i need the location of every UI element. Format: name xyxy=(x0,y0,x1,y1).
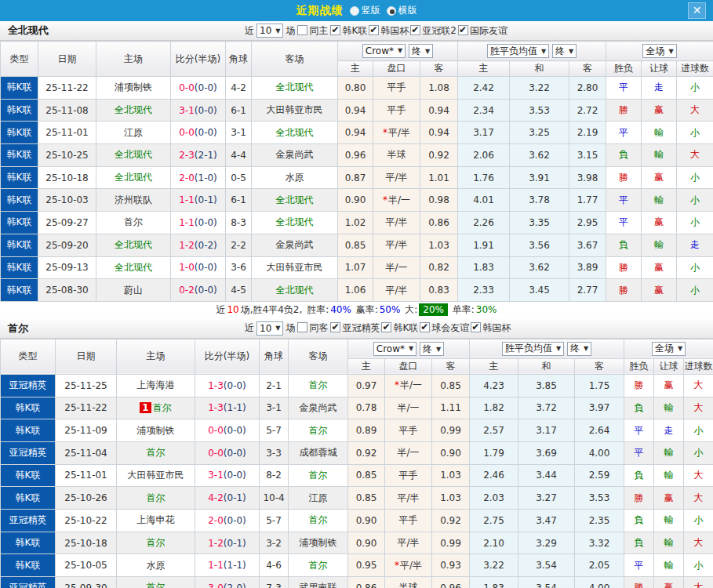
odds-home: 1.07 xyxy=(338,256,373,279)
score-cell: 1-1(0-1) xyxy=(171,189,226,212)
checkbox-icon[interactable] xyxy=(297,25,307,35)
score-cell: 4-2(0-1) xyxy=(195,487,260,510)
checkbox-icon[interactable] xyxy=(330,25,340,35)
result-goals: 大 xyxy=(684,487,713,510)
avg-draw: 3.22 xyxy=(510,77,569,100)
league-filter[interactable]: 韩国杯 xyxy=(471,322,511,333)
result-handicap: 赢 xyxy=(654,374,684,397)
odds-away: 0.96 xyxy=(432,577,470,588)
avg-odds-select[interactable]: 胜平负均值▼ xyxy=(487,44,549,58)
league-filter[interactable]: 韩K联 xyxy=(381,322,418,333)
radio-selected-icon[interactable] xyxy=(387,6,396,16)
match-row: 韩K联25-11-08全北现代3-1(0-0)6-1大田韩亚市民0.94平手0.… xyxy=(1,99,713,122)
league-filter[interactable]: 韩K联 xyxy=(330,25,367,36)
result-winlose: 勝 xyxy=(606,256,642,279)
result-goals: 小 xyxy=(684,554,713,577)
avg-away: 4.00 xyxy=(575,441,624,464)
odds-home: 0.85 xyxy=(348,464,385,487)
layout-option-horizontal[interactable]: 横版 xyxy=(387,4,417,17)
away-team: 首尔 xyxy=(289,374,348,397)
col-odds-home: 主 xyxy=(338,61,373,77)
avg-away: 4.00 xyxy=(575,577,624,588)
checkbox-icon[interactable] xyxy=(410,25,420,35)
avg-odds-select[interactable]: 胜平负均值▼ xyxy=(502,342,564,356)
rounds-select[interactable]: 10▼ xyxy=(256,321,283,336)
result-winlose: 勝 xyxy=(606,99,642,122)
chevron-down-icon: ▼ xyxy=(425,48,430,55)
same-venue-filter[interactable]: 同主 xyxy=(297,24,328,38)
checkbox-icon[interactable] xyxy=(381,322,391,332)
result-handicap: 赢 xyxy=(654,577,684,588)
avg-draw: 3.85 xyxy=(518,374,575,397)
match-date: 25-11-04 xyxy=(56,441,117,464)
col-score: 比分(半场) xyxy=(195,339,260,374)
corner-cell: 2-1 xyxy=(260,374,289,397)
score-cell: 1-2(0-1) xyxy=(195,532,260,554)
result-handicap: 赢 xyxy=(642,256,677,279)
result-winlose: 負 xyxy=(606,234,642,256)
odds-company-select[interactable]: Crow*▼ xyxy=(373,342,417,356)
match-date: 25-09-27 xyxy=(38,212,96,234)
match-date: 25-11-22 xyxy=(38,77,96,100)
col-avg-home: 主 xyxy=(470,358,518,374)
home-team: 全北现代 xyxy=(96,234,171,256)
col-goals-result: 进球数 xyxy=(677,61,713,77)
odds-time-select[interactable]: 终▼ xyxy=(420,342,444,356)
rounds-select[interactable]: 10▼ xyxy=(256,24,283,38)
checkbox-icon[interactable] xyxy=(420,322,430,332)
result-handicap: 赢 xyxy=(642,279,677,302)
avg-home: 2.42 xyxy=(458,77,510,100)
handicap-cell: *平/半 xyxy=(373,122,420,144)
league-filter[interactable]: 亚冠精英 xyxy=(330,322,380,333)
checkbox-icon[interactable] xyxy=(458,25,468,35)
radio-unselected-icon[interactable] xyxy=(350,6,359,16)
checkbox-icon[interactable] xyxy=(330,322,340,332)
odds-company-select[interactable]: Crow*▼ xyxy=(362,44,406,58)
match-date: 25-09-30 xyxy=(56,577,117,588)
home-team: 上海申花 xyxy=(117,510,195,532)
home-team: 水原 xyxy=(117,554,195,577)
league-type-cell: 韩K联 xyxy=(1,397,56,419)
score-cell: 1-3(1-1) xyxy=(195,397,260,419)
layout-option-horizontal-label: 横版 xyxy=(398,4,417,17)
away-team: 首尔 xyxy=(289,554,348,577)
odds-home: 0.90 xyxy=(338,189,373,212)
handicap-cell: 半球 xyxy=(385,577,432,588)
scope-select[interactable]: 全场▼ xyxy=(652,342,686,356)
corner-cell: 6-1 xyxy=(226,189,252,212)
score-cell: 1-0(0-0) xyxy=(171,256,226,279)
league-filter[interactable]: 球会友谊 xyxy=(420,322,469,333)
result-goals: 小 xyxy=(684,510,713,532)
odds-time-select[interactable]: 终▼ xyxy=(409,44,433,58)
col-result: 胜负 xyxy=(606,61,642,77)
checkbox-icon[interactable] xyxy=(297,322,307,332)
result-winlose: 勝 xyxy=(624,577,654,588)
corner-cell: 3-1 xyxy=(260,397,289,419)
league-filter[interactable]: 国际友谊 xyxy=(458,25,507,36)
odds-home: 0.94 xyxy=(338,99,373,122)
odds-home: 0.90 xyxy=(348,510,385,532)
match-date: 25-10-18 xyxy=(38,166,96,189)
match-row: 韩K联25-10-03济州联队1-1(0-1)6-1全北现代0.90*半/一0.… xyxy=(1,189,713,212)
layout-option-vertical[interactable]: 竖版 xyxy=(350,4,380,17)
avg-time-select[interactable]: 终▼ xyxy=(567,342,591,356)
close-button[interactable]: ✕ xyxy=(688,2,706,19)
col-away: 客场 xyxy=(252,42,338,77)
result-goals: 大 xyxy=(684,374,713,397)
score-cell: 1-2(0-2) xyxy=(171,234,226,256)
league-filter[interactable]: 韩国杯 xyxy=(369,25,409,36)
team-section-bar-1: 全北现代 近 10▼ 场 同主 韩K联韩国杯亚冠联2国际友谊 xyxy=(0,21,713,41)
odds-away: 0.92 xyxy=(420,144,458,167)
scope-select[interactable]: 全场▼ xyxy=(642,44,676,58)
result-handicap: 輸 xyxy=(642,234,677,256)
avg-time-select[interactable]: 终▼ xyxy=(552,44,577,58)
col-avg-draw: 和 xyxy=(510,61,569,77)
handicap-cell: 平/半 xyxy=(385,487,432,510)
checkbox-icon[interactable] xyxy=(369,25,379,35)
recent-matches-table-1: 类型 日期 主场 比分(半场) 角球 客场 Crow*▼ 终▼ 胜平负均值▼ 终… xyxy=(0,41,713,302)
league-filter[interactable]: 亚冠联2 xyxy=(410,25,457,36)
checkbox-icon[interactable] xyxy=(471,322,481,332)
odds-home: 0.92 xyxy=(348,441,385,464)
col-score: 比分(半场) xyxy=(171,42,226,77)
same-venue-filter[interactable]: 同客 xyxy=(297,321,328,335)
